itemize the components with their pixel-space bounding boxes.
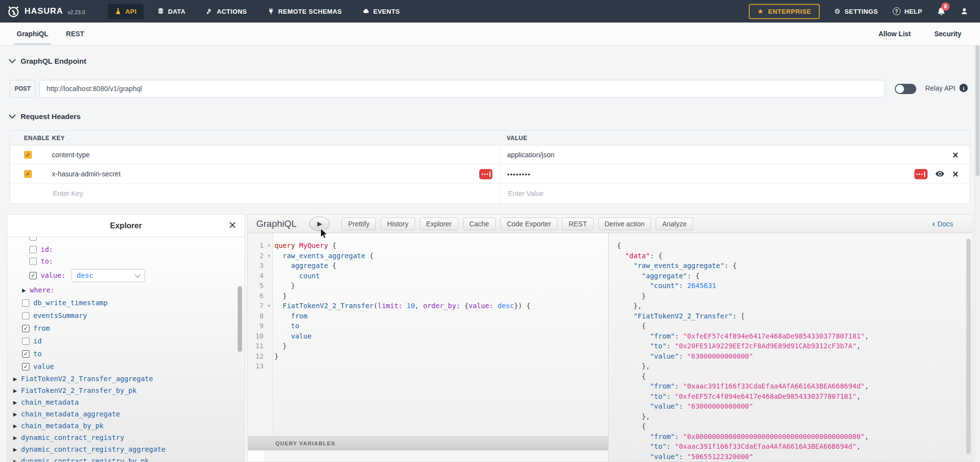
nav-item-events[interactable]: EVENTS: [356, 4, 407, 19]
hasura-console: HASURA v2.23.0 APIDATAACTIONSREMOTE SCHE…: [0, 0, 980, 462]
fold-marker-icon[interactable]: ▾: [264, 303, 274, 308]
masked-header-value[interactable]: ••••••••: [507, 170, 531, 178]
graphql-endpoint-section-header[interactable]: GraphQL Endpoint: [10, 57, 86, 65]
gear-icon: ⚙: [834, 8, 841, 15]
nav-item-data[interactable]: DATA: [150, 4, 193, 19]
nav-item-api[interactable]: API: [108, 4, 144, 19]
toolbar-button-rest[interactable]: REST: [562, 218, 593, 230]
tree-expand-icon[interactable]: ▶: [13, 376, 17, 382]
toolbar-button-analyze[interactable]: Analyze: [656, 218, 693, 230]
tree-expand-icon[interactable]: ▶: [13, 459, 17, 462]
new-header-value-input[interactable]: [507, 189, 949, 198]
docs-button[interactable]: ‹ Docs: [932, 215, 953, 233]
remove-header-icon[interactable]: ×: [952, 151, 959, 159]
sort-direction-select[interactable]: desc: [72, 269, 145, 282]
tree-expand-icon[interactable]: ▶: [13, 447, 17, 452]
new-header-key-input[interactable]: [52, 189, 472, 198]
enterprise-button[interactable]: ★ ENTERPRISE: [749, 4, 819, 19]
explorer-item-FiatTokenV2_2_Transfer_by_pk[interactable]: ▶FiatTokenV2_2_Transfer_by_pk: [7, 385, 245, 396]
header-key[interactable]: content-type: [52, 151, 90, 159]
toolbar-button-code-exporter[interactable]: Code Exporter: [500, 218, 557, 230]
nav-item-actions[interactable]: ACTIONS: [199, 4, 253, 19]
explorer-item-value[interactable]: ✓value:desc: [7, 267, 245, 284]
explorer-item-eventsSummary[interactable]: eventsSummary: [7, 309, 245, 322]
explorer-item-chain_metadata_by_pk[interactable]: ▶chain_metadata_by_pk: [7, 420, 245, 432]
explorer-scrollbar[interactable]: [238, 286, 242, 352]
enable-checkbox[interactable]: ✓: [24, 151, 32, 159]
main-nav: APIDATAACTIONSREMOTE SCHEMASEVENTS: [108, 4, 407, 19]
tree-expand-icon[interactable]: ▶: [22, 288, 26, 293]
header-key[interactable]: x-hasura-admin-secret: [52, 170, 121, 178]
explorer-item-label: FiatTokenV2_2_Transfer_by_pk: [21, 387, 137, 394]
toolbar-button-explorer[interactable]: Explorer: [420, 218, 458, 230]
checkbox-icon[interactable]: [29, 237, 37, 241]
tree-expand-icon[interactable]: ▶: [13, 400, 17, 405]
explorer-item-from[interactable]: ✓from: [7, 322, 245, 335]
code-text: query MyQuery {: [274, 242, 336, 249]
checkbox-icon[interactable]: [29, 258, 37, 265]
checkbox-icon[interactable]: [22, 299, 29, 307]
toolbar-button-prettify[interactable]: Prettify: [342, 218, 376, 230]
page-scrollbar-thumb[interactable]: [976, 44, 980, 176]
notifications-button[interactable]: 8: [937, 7, 946, 16]
explorer-item-where[interactable]: ▶where:: [7, 284, 245, 296]
checkbox-icon[interactable]: ✓: [22, 325, 29, 332]
toolbar-button-derive-action[interactable]: Derive action: [598, 218, 651, 230]
tree-expand-icon[interactable]: ▶: [13, 435, 17, 440]
explorer-item-to[interactable]: ✓to: [7, 347, 245, 360]
explorer-item-chain_metadata_aggregate[interactable]: ▶chain_metadata_aggregate: [7, 408, 245, 420]
explorer-item-FiatTokenV2_2_Transfer_aggregate[interactable]: ▶FiatTokenV2_2_Transfer_aggregate: [7, 373, 245, 385]
query-editor[interactable]: 1▾query MyQuery {2▾ raw_events_aggregate…: [248, 233, 608, 437]
explorer-item-id[interactable]: id: [7, 335, 245, 347]
relay-api-toggle[interactable]: [895, 84, 916, 94]
explorer-item-db_write_timestamp[interactable]: db_write_timestamp: [7, 296, 245, 309]
explorer-item-to[interactable]: to:: [7, 255, 245, 267]
editor-line: 7▾ FiatTokenV2_2_Transfer(limit: 10, ord…: [248, 301, 608, 311]
explorer-item-clipped[interactable]: [7, 237, 245, 243]
toolbar-button-history[interactable]: History: [381, 218, 415, 230]
request-headers-section-header[interactable]: Request Headers: [10, 112, 81, 121]
tab-graphiql[interactable]: GraphiQL: [14, 23, 51, 45]
nav-item-remote-schemas[interactable]: REMOTE SCHEMAS: [261, 4, 349, 19]
masked-badge-icon[interactable]: [479, 169, 492, 179]
toolbar-button-cache[interactable]: Cache: [463, 218, 495, 230]
fold-marker-icon[interactable]: ▾: [264, 253, 274, 258]
user-menu-button[interactable]: [960, 7, 968, 15]
explorer-item-chain_metadata[interactable]: ▶chain_metadata: [7, 396, 245, 408]
response-scrollbar[interactable]: [966, 239, 971, 454]
fold-marker-icon[interactable]: ▾: [264, 243, 274, 248]
explorer-item-dynamic_contract_registry_by_pk[interactable]: ▶dynamic_contract_registry_by_pk: [7, 455, 245, 462]
masked-badge-icon[interactable]: [914, 169, 928, 179]
page-scrollbar[interactable]: [975, 23, 980, 462]
execute-query-button[interactable]: ▶: [309, 217, 330, 231]
explorer-item-dynamic_contract_registry[interactable]: ▶dynamic_contract_registry: [7, 432, 245, 443]
checkbox-icon[interactable]: ✓: [22, 350, 29, 358]
response-line: },: [617, 301, 965, 311]
help-button[interactable]: ? HELP: [893, 7, 922, 15]
checkbox-icon[interactable]: [22, 312, 29, 319]
info-icon[interactable]: i: [959, 84, 968, 92]
explorer-item-id[interactable]: id:: [7, 243, 245, 255]
remove-header-icon[interactable]: ×: [952, 170, 959, 178]
tab-rest[interactable]: REST: [63, 23, 87, 45]
tab-allow-list[interactable]: Allow List: [878, 30, 912, 38]
explorer-item-dynamic_contract_registry_aggregate[interactable]: ▶dynamic_contract_registry_aggregate: [7, 443, 245, 455]
hasura-logo[interactable]: HASURA v2.23.0: [7, 5, 85, 18]
reveal-secret-button[interactable]: [935, 170, 944, 178]
enable-checkbox[interactable]: ✓: [24, 170, 32, 178]
query-variables-editor[interactable]: [248, 450, 608, 462]
settings-button[interactable]: ⚙ SETTINGS: [834, 8, 878, 15]
header-value[interactable]: application/json: [507, 151, 555, 159]
checkbox-icon[interactable]: ✓: [22, 363, 29, 370]
close-icon[interactable]: ×: [228, 219, 237, 231]
query-variables-bar[interactable]: QUERY VARIABLES: [248, 437, 608, 450]
tree-expand-icon[interactable]: ▶: [13, 388, 17, 393]
checkbox-icon[interactable]: [29, 246, 37, 253]
checkbox-icon[interactable]: [22, 338, 29, 345]
explorer-item-value[interactable]: ✓value: [7, 360, 245, 373]
tree-expand-icon[interactable]: ▶: [13, 412, 17, 417]
tree-expand-icon[interactable]: ▶: [13, 423, 17, 429]
checkbox-icon[interactable]: ✓: [29, 272, 37, 279]
endpoint-url-input[interactable]: [39, 80, 885, 97]
tab-security[interactable]: Security: [933, 30, 962, 38]
